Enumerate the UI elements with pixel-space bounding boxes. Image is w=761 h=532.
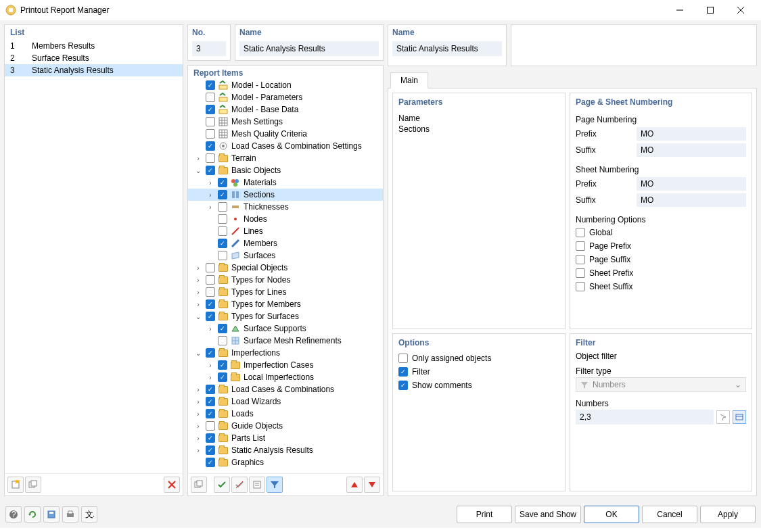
tree-checkbox[interactable] bbox=[218, 239, 227, 248]
expand-arrow[interactable]: › bbox=[193, 435, 203, 442]
tree-checkbox[interactable] bbox=[206, 421, 215, 431]
tree-checkbox[interactable] bbox=[206, 397, 215, 406]
expand-arrow[interactable]: ⌄ bbox=[193, 167, 203, 174]
tree-checkbox[interactable] bbox=[206, 80, 215, 90]
sheet-suffix-input[interactable] bbox=[637, 193, 746, 207]
expand-arrow[interactable]: › bbox=[193, 276, 203, 284]
expand-arrow[interactable]: ⌄ bbox=[193, 313, 203, 320]
duplicate-report-button[interactable] bbox=[25, 477, 41, 493]
tree-item[interactable]: ›Types for Members bbox=[188, 298, 383, 310]
tree-checkbox[interactable] bbox=[206, 105, 215, 114]
tree-item[interactable]: Model - Base Data bbox=[188, 103, 383, 116]
tree-checkbox[interactable] bbox=[206, 348, 215, 358]
save-and-show-button[interactable]: Save and Show bbox=[515, 506, 581, 523]
tree-checkbox[interactable] bbox=[218, 214, 227, 224]
tree-item[interactable]: ›Load Wizards bbox=[188, 395, 383, 408]
tree-item[interactable]: ⌄Basic Objects bbox=[188, 164, 383, 176]
check-all-button[interactable] bbox=[214, 477, 230, 493]
tree-checkbox[interactable] bbox=[206, 263, 215, 272]
tree-item[interactable]: Members bbox=[188, 237, 383, 249]
sheet-prefix-input[interactable] bbox=[637, 177, 746, 191]
refresh-button[interactable] bbox=[24, 506, 41, 523]
tree-checkbox[interactable] bbox=[218, 226, 227, 236]
tree-checkbox[interactable] bbox=[206, 166, 215, 175]
tree-checkbox[interactable] bbox=[218, 178, 227, 187]
tree-checkbox[interactable] bbox=[206, 312, 215, 321]
cancel-button[interactable]: Cancel bbox=[642, 506, 697, 523]
expand-arrow[interactable]: › bbox=[193, 447, 203, 454]
tree-item[interactable]: ⌄Types for Surfaces bbox=[188, 310, 383, 322]
tree-item[interactable]: ›Loads bbox=[188, 408, 383, 420]
maximize-button[interactable] bbox=[695, 0, 725, 20]
param-name-input[interactable] bbox=[398, 124, 559, 134]
opt-sheetprefix-check[interactable] bbox=[576, 268, 585, 278]
tree-item[interactable]: ›Static Analysis Results bbox=[188, 444, 383, 456]
tree-checkbox[interactable] bbox=[218, 372, 227, 382]
expand-arrow[interactable]: › bbox=[206, 191, 215, 199]
expand-arrow[interactable]: › bbox=[193, 264, 203, 272]
tree-checkbox[interactable] bbox=[206, 385, 215, 394]
opt-pagesuffix-check[interactable] bbox=[576, 255, 585, 264]
help-button[interactable]: ? bbox=[5, 506, 22, 523]
filter-check[interactable] bbox=[398, 367, 408, 377]
expand-arrow[interactable]: › bbox=[193, 289, 203, 296]
tree-checkbox[interactable] bbox=[206, 93, 215, 102]
numbers-input[interactable] bbox=[576, 410, 714, 425]
tree-item[interactable]: ›Thicknesses bbox=[188, 201, 383, 213]
filter-type-dropdown[interactable]: Numbers ⌄ bbox=[576, 377, 746, 392]
tree-checkbox[interactable] bbox=[206, 299, 215, 309]
tree-checkbox[interactable] bbox=[206, 129, 215, 139]
save-template-button[interactable] bbox=[43, 506, 60, 523]
expand-arrow[interactable]: › bbox=[206, 179, 215, 187]
name-input[interactable] bbox=[239, 41, 379, 56]
uncheck-all-button[interactable] bbox=[231, 477, 248, 493]
ok-button[interactable]: OK bbox=[584, 506, 639, 523]
list-row[interactable]: 1Members Results bbox=[5, 40, 183, 52]
tree-item[interactable]: ›Materials bbox=[188, 176, 383, 189]
page-prefix-input[interactable] bbox=[637, 127, 746, 141]
opt-global-check[interactable] bbox=[576, 228, 585, 237]
tree-item[interactable]: Nodes bbox=[188, 213, 383, 225]
tree-checkbox[interactable] bbox=[206, 458, 215, 467]
tree-checkbox[interactable] bbox=[206, 409, 215, 418]
tree-checkbox[interactable] bbox=[218, 190, 227, 199]
tree-checkbox[interactable] bbox=[206, 445, 215, 455]
tree-checkbox[interactable] bbox=[218, 360, 227, 370]
expand-arrow[interactable]: › bbox=[206, 374, 215, 381]
minimize-button[interactable] bbox=[664, 0, 695, 20]
close-button[interactable] bbox=[725, 0, 756, 20]
show-comments-check[interactable] bbox=[398, 381, 408, 390]
tree-item[interactable]: ›Guide Objects bbox=[188, 420, 383, 432]
opt-pageprefix-check[interactable] bbox=[576, 241, 585, 251]
tab-main[interactable]: Main bbox=[390, 72, 428, 89]
expand-arrow[interactable]: › bbox=[206, 362, 215, 369]
expand-arrow[interactable]: › bbox=[193, 422, 203, 430]
pick-elements-button[interactable] bbox=[716, 410, 730, 424]
tree-item[interactable]: Graphics bbox=[188, 456, 383, 468]
tree-checkbox[interactable] bbox=[206, 433, 215, 443]
expand-arrow[interactable]: › bbox=[193, 155, 203, 162]
expand-arrow[interactable]: › bbox=[193, 386, 203, 393]
list-row[interactable]: 2Surface Results bbox=[5, 52, 183, 64]
expand-arrow[interactable]: ⌄ bbox=[193, 349, 203, 357]
tree-checkbox[interactable] bbox=[206, 117, 215, 126]
tree-item[interactable]: ›Parts List bbox=[188, 432, 383, 444]
tree-copy-button[interactable] bbox=[191, 477, 207, 493]
delete-report-button[interactable] bbox=[164, 477, 180, 493]
move-down-button[interactable] bbox=[364, 477, 380, 493]
tree-item[interactable]: Model - Parameters bbox=[188, 91, 383, 103]
tree-checkbox[interactable] bbox=[206, 153, 215, 163]
new-report-button[interactable]: ★ bbox=[7, 477, 24, 493]
expand-arrow[interactable]: › bbox=[193, 301, 203, 308]
tree-checkbox[interactable] bbox=[206, 287, 215, 297]
tree-checkbox[interactable] bbox=[218, 251, 227, 260]
list-dialog-button[interactable] bbox=[733, 410, 746, 424]
print-button[interactable]: Print bbox=[457, 506, 512, 523]
apply-button[interactable]: Apply bbox=[700, 506, 756, 523]
tree-checkbox[interactable] bbox=[218, 324, 227, 333]
tree-item[interactable]: Surfaces bbox=[188, 249, 383, 262]
tree-checkbox[interactable] bbox=[218, 336, 227, 345]
opt-sheetsuffix-check[interactable] bbox=[576, 282, 585, 291]
tree-item[interactable]: ›Special Objects bbox=[188, 262, 383, 274]
tree-item[interactable]: ›Surface Supports bbox=[188, 322, 383, 335]
